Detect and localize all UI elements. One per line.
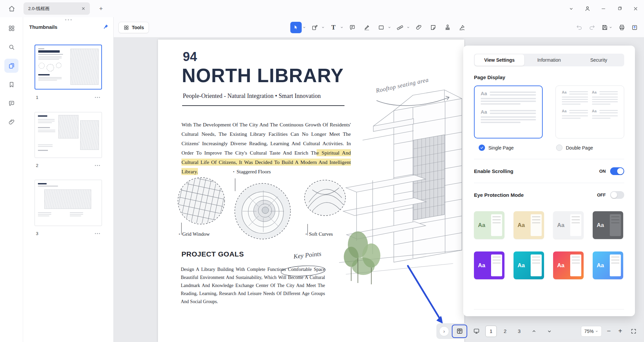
single-page-option-card[interactable]: Aa Aa bbox=[474, 86, 543, 138]
presentation-mode-button[interactable] bbox=[470, 325, 483, 338]
feature-label-soft-curves: Soft Curves bbox=[306, 231, 333, 237]
redo-button[interactable] bbox=[589, 24, 595, 31]
share-button[interactable] bbox=[631, 24, 638, 31]
theme-teal[interactable]: Aa bbox=[514, 251, 544, 279]
collapse-toolbar-button[interactable] bbox=[566, 3, 577, 14]
pdf-page[interactable]: 94 NORTH LIBRARY People-Oriented - Natur… bbox=[158, 40, 464, 342]
tab-information[interactable]: Information bbox=[524, 54, 574, 66]
staggered-floors-sketch bbox=[235, 183, 290, 239]
home-button[interactable] bbox=[7, 4, 16, 13]
ruler-icon bbox=[396, 24, 403, 31]
signature-tool[interactable] bbox=[456, 22, 468, 33]
close-window-button[interactable] bbox=[630, 3, 641, 14]
bookmark-icon bbox=[8, 81, 15, 88]
theme-red-orange[interactable]: Aa bbox=[553, 251, 584, 279]
document-tab[interactable]: 2.0-线框画 bbox=[23, 2, 90, 15]
page-button-2[interactable]: 2 bbox=[499, 326, 511, 337]
sidebar-item-bookmarks[interactable] bbox=[4, 77, 18, 92]
sidebar-item-comments[interactable] bbox=[4, 96, 18, 110]
panel-drag-handle[interactable] bbox=[65, 19, 72, 20]
double-page-option-card[interactable]: Aa Aa Aa bbox=[555, 86, 624, 138]
paperclip-icon bbox=[415, 24, 422, 31]
previous-page-button[interactable] bbox=[528, 325, 540, 338]
comment-tool[interactable] bbox=[346, 22, 358, 33]
page-button-3[interactable]: 3 bbox=[514, 326, 525, 337]
preview-aa: Aa bbox=[562, 91, 567, 94]
save-button[interactable] bbox=[601, 24, 612, 31]
comment-bubble-icon bbox=[349, 24, 356, 31]
thumbnail-page-number: 1 bbox=[35, 95, 38, 100]
maximize-icon bbox=[617, 6, 622, 11]
view-settings-panel: View Settings Information Security Page … bbox=[463, 46, 635, 316]
chevron-down-icon bbox=[569, 6, 574, 11]
doc-page-number: 94 bbox=[183, 50, 197, 64]
chevron-down-icon bbox=[609, 25, 612, 29]
theme-light-gray[interactable]: Aa bbox=[553, 211, 584, 239]
tab-security[interactable]: Security bbox=[574, 54, 624, 66]
account-button[interactable] bbox=[582, 3, 593, 14]
page-button-1[interactable]: 1 bbox=[485, 326, 497, 337]
page-thumbnail-2[interactable] bbox=[35, 112, 102, 158]
preview-aa: Aa bbox=[592, 109, 597, 113]
sidebar-item-thumbnails[interactable] bbox=[4, 59, 18, 73]
sticker-icon bbox=[430, 24, 436, 31]
text-tool[interactable]: T bbox=[328, 22, 343, 33]
chevron-down-icon bbox=[595, 330, 598, 333]
edit-tool[interactable] bbox=[309, 22, 325, 33]
minimize-button[interactable] bbox=[598, 3, 609, 14]
thumbnail-menu-button[interactable] bbox=[95, 97, 102, 98]
chevron-down-icon bbox=[302, 25, 306, 29]
zoom-out-button[interactable]: − bbox=[604, 326, 613, 337]
theme-dark-gray[interactable]: Aa bbox=[593, 211, 623, 239]
next-page-button[interactable] bbox=[543, 325, 556, 338]
select-tool[interactable] bbox=[290, 22, 306, 33]
single-page-radio[interactable]: Single Page bbox=[474, 145, 556, 151]
sticker-tool[interactable] bbox=[427, 22, 439, 33]
zoom-level-dropdown[interactable]: 75% bbox=[581, 326, 602, 337]
maximize-button[interactable] bbox=[614, 3, 625, 14]
stamp-tool[interactable] bbox=[442, 22, 453, 33]
tab-close-button[interactable] bbox=[80, 5, 87, 12]
cursor-icon bbox=[293, 24, 299, 30]
doc-intro-paragraph: With The Development Of The City And The… bbox=[181, 120, 351, 176]
print-button[interactable] bbox=[619, 24, 625, 31]
sidebar-item-apps[interactable] bbox=[4, 21, 18, 35]
zoom-in-button[interactable]: + bbox=[616, 326, 625, 337]
printer-icon bbox=[619, 24, 625, 31]
page-thumbnail-1[interactable] bbox=[35, 45, 102, 90]
tab-view-settings[interactable]: View Settings bbox=[475, 54, 524, 66]
eye-protection-toggle[interactable] bbox=[610, 191, 624, 199]
close-icon bbox=[81, 6, 86, 11]
attach-tool[interactable] bbox=[413, 22, 424, 33]
thumbnail-menu-button[interactable] bbox=[95, 233, 102, 234]
fit-screen-button[interactable] bbox=[627, 325, 640, 338]
preview-aa: Aa bbox=[592, 91, 597, 94]
undo-button[interactable] bbox=[576, 24, 583, 31]
settings-tabstrip: View Settings Information Security bbox=[474, 54, 624, 66]
rectangle-icon bbox=[378, 24, 384, 31]
page-thumbnail-3[interactable] bbox=[35, 180, 102, 226]
collapse-bar-button[interactable]: › bbox=[439, 326, 449, 336]
double-page-radio[interactable]: Double Page bbox=[556, 145, 593, 151]
comment-icon bbox=[8, 100, 15, 107]
enable-scrolling-toggle[interactable] bbox=[610, 167, 624, 175]
measure-tool[interactable] bbox=[394, 22, 410, 33]
pin-icon[interactable] bbox=[103, 24, 109, 30]
fit-screen-icon bbox=[630, 328, 637, 335]
tools-button[interactable]: Tools bbox=[118, 22, 149, 33]
minimize-icon bbox=[601, 6, 606, 11]
eye-protection-state-label: OFF bbox=[597, 192, 606, 197]
theme-green[interactable]: Aa bbox=[474, 211, 504, 239]
new-tab-button[interactable]: + bbox=[97, 4, 105, 13]
theme-sepia[interactable]: Aa bbox=[514, 211, 544, 239]
highlighter-tool[interactable] bbox=[361, 22, 372, 33]
shapes-tool[interactable] bbox=[375, 22, 391, 33]
preview-aa: Aa bbox=[481, 109, 487, 114]
thumbnail-menu-button[interactable] bbox=[95, 165, 102, 166]
reading-mode-button[interactable] bbox=[452, 325, 467, 338]
theme-blue[interactable]: Aa bbox=[593, 251, 623, 279]
sidebar-item-attachments[interactable] bbox=[4, 115, 18, 129]
theme-purple[interactable]: Aa bbox=[474, 251, 504, 279]
sidebar-item-search[interactable] bbox=[4, 40, 18, 54]
tools-icon bbox=[123, 25, 129, 31]
